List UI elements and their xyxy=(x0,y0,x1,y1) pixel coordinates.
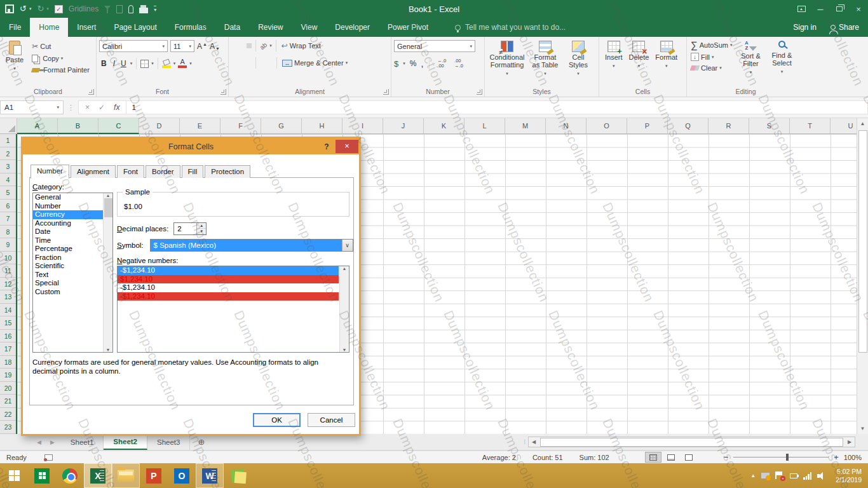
wrap-text-button[interactable]: ↩Wrap Text xyxy=(280,41,322,51)
sheet-scroll-left-icon[interactable]: ◀ xyxy=(37,439,41,445)
row-header[interactable]: 9 xyxy=(0,238,16,252)
decrease-font-icon[interactable]: A▼ xyxy=(210,42,220,51)
number-format-combo[interactable]: General▾ xyxy=(394,40,475,52)
column-header[interactable]: E xyxy=(180,118,220,134)
middle-align-icon[interactable] xyxy=(239,43,244,48)
file-explorer-taskbar-button[interactable] xyxy=(112,463,140,488)
column-header[interactable]: B xyxy=(58,118,98,134)
select-all-corner[interactable] xyxy=(0,118,17,134)
clear-button[interactable]: Clear▾ xyxy=(689,64,733,72)
align-left-icon[interactable] xyxy=(231,60,236,65)
network-signal-icon[interactable] xyxy=(803,472,811,480)
decrease-indent-icon[interactable] xyxy=(260,60,265,65)
attach-icon[interactable] xyxy=(128,5,133,13)
ribbon-tab[interactable]: Page Layout xyxy=(105,18,165,37)
row-header[interactable]: 7 xyxy=(0,212,16,226)
word-taskbar-button[interactable]: W xyxy=(196,463,224,488)
row-header[interactable]: 20 xyxy=(0,382,16,395)
dialog-tab[interactable]: Border xyxy=(146,165,180,178)
tell-me-box[interactable]: Tell me what you want to do... xyxy=(455,18,566,37)
ribbon-tab[interactable]: Formulas xyxy=(166,18,215,37)
align-center-icon[interactable] xyxy=(239,60,244,65)
volume-icon[interactable] xyxy=(817,472,826,480)
column-header[interactable]: M xyxy=(505,118,546,134)
excel-taskbar-button[interactable]: X xyxy=(84,463,112,488)
dialog-tab[interactable]: Font xyxy=(117,165,144,178)
format-painter-button[interactable]: Format Painter xyxy=(31,65,91,74)
print-preview-icon[interactable] xyxy=(139,8,148,13)
delete-cells-button[interactable]: Delete▾ xyxy=(626,40,653,71)
sheet-tab[interactable]: Sheet1 xyxy=(61,434,104,450)
column-header[interactable]: K xyxy=(424,118,465,134)
copy-button[interactable]: Copy▾ xyxy=(31,54,91,63)
increase-indent-icon[interactable] xyxy=(268,60,273,65)
column-header[interactable]: H xyxy=(302,118,342,134)
dialog-tab[interactable]: Fill xyxy=(182,165,204,178)
zoom-level[interactable]: 100% xyxy=(844,454,862,461)
zoom-out-button[interactable]: − xyxy=(724,452,729,462)
dialog-tab[interactable]: Protection xyxy=(205,165,250,178)
page-layout-view-button[interactable] xyxy=(663,452,679,463)
fill-color-button[interactable] xyxy=(162,60,171,68)
column-header[interactable]: P xyxy=(627,118,668,134)
autosum-button[interactable]: ∑AutoSum▾ xyxy=(689,40,733,50)
column-header[interactable]: D xyxy=(139,118,180,134)
ribbon-tab[interactable]: Insert xyxy=(68,18,105,37)
zoom-slider-thumb[interactable] xyxy=(786,454,789,461)
power-icon[interactable] xyxy=(790,473,797,478)
category-item[interactable]: Text xyxy=(33,271,103,280)
comma-style-button[interactable]: , xyxy=(421,58,423,69)
ribbon-display-options-button[interactable]: ▴ xyxy=(792,0,811,18)
row-header[interactable]: 15 xyxy=(0,316,16,330)
sign-in-link[interactable]: Sign in xyxy=(793,23,817,32)
restore-button[interactable] xyxy=(830,0,849,18)
close-button[interactable]: × xyxy=(849,0,868,18)
negative-format-item[interactable]: -$1,234.10 xyxy=(118,266,339,275)
column-header[interactable]: F xyxy=(220,118,261,134)
column-header[interactable]: A xyxy=(17,118,58,134)
decrease-decimal-icon[interactable]: .00→.0 xyxy=(452,58,465,69)
category-item[interactable]: Special xyxy=(33,279,103,288)
scroll-thumb[interactable] xyxy=(104,198,112,217)
scroll-down-icon[interactable]: ▼ xyxy=(860,423,865,434)
scroll-up-icon[interactable]: ▲ xyxy=(860,118,865,129)
qat-customize-icon[interactable]: ▾ xyxy=(154,6,156,13)
category-item[interactable]: Custom xyxy=(33,288,103,297)
decimal-places-spinner[interactable]: 2 ▲▼ xyxy=(173,222,207,235)
scroll-down-icon[interactable]: ▼ xyxy=(106,348,111,352)
column-header[interactable]: R xyxy=(709,118,749,134)
column-header[interactable]: U xyxy=(831,118,857,134)
formula-input[interactable]: 1 xyxy=(126,100,868,114)
row-header[interactable]: 13 xyxy=(0,290,16,304)
column-header[interactable]: C xyxy=(98,118,139,134)
row-header[interactable]: 4 xyxy=(0,173,16,187)
ribbon-tab[interactable]: Review xyxy=(249,18,292,37)
alignment-dialog-launcher[interactable] xyxy=(383,89,389,95)
column-header[interactable]: T xyxy=(790,118,831,134)
outlook-taskbar-button[interactable]: O xyxy=(168,463,196,488)
find-select-button[interactable]: Find & Select▾ xyxy=(768,40,796,77)
zoom-in-button[interactable]: + xyxy=(834,452,839,462)
row-header[interactable]: 12 xyxy=(0,278,16,291)
accounting-format-button[interactable]: $ xyxy=(394,59,398,69)
namebox-splitter[interactable]: ⋮ xyxy=(64,104,78,112)
borders-dropdown-icon[interactable]: ▾ xyxy=(151,61,154,66)
category-item[interactable]: Accounting xyxy=(33,219,103,228)
font-family-combo[interactable]: Calibri▾ xyxy=(99,40,168,52)
row-header[interactable]: 2 xyxy=(0,147,16,161)
row-header[interactable]: 21 xyxy=(0,395,16,408)
column-header[interactable]: O xyxy=(587,118,627,134)
row-header[interactable]: 6 xyxy=(0,200,16,213)
insert-function-icon[interactable]: fx xyxy=(114,103,119,112)
horizontal-scroll-thumb[interactable] xyxy=(540,438,843,447)
category-item[interactable]: Number xyxy=(33,202,103,211)
column-header[interactable]: I xyxy=(342,118,383,134)
row-header[interactable]: 1 xyxy=(0,134,16,147)
underline-button[interactable]: U xyxy=(119,59,128,68)
ribbon-tab[interactable]: Power Pivot xyxy=(379,18,437,37)
row-header[interactable]: 18 xyxy=(0,356,16,369)
scroll-left-icon[interactable]: ◀ xyxy=(529,439,539,445)
sort-filter-button[interactable]: AZ Sort & Filter▾ xyxy=(736,40,765,77)
category-scrollbar[interactable]: ▲ ▼ xyxy=(103,193,112,352)
cell-styles-button[interactable]: Cell Styles▾ xyxy=(564,40,593,78)
